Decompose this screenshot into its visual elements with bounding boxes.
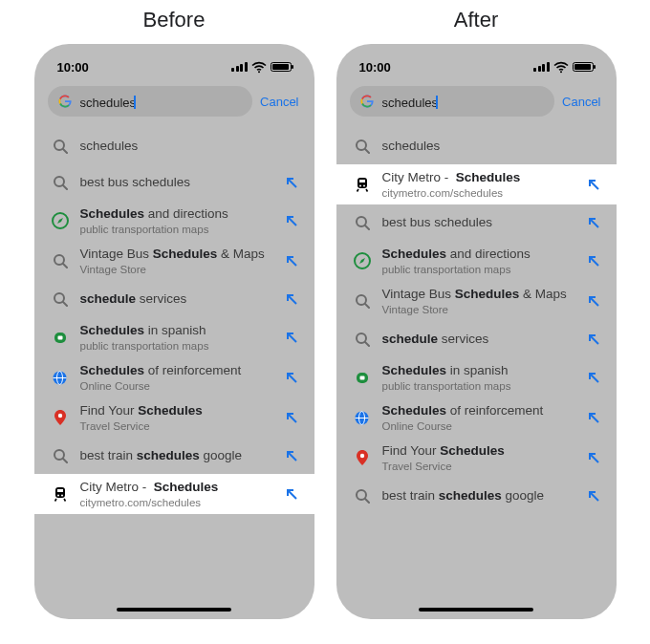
- search-icon: [52, 252, 69, 269]
- search-icon: [52, 447, 69, 464]
- status-bar: 10:00: [48, 57, 301, 76]
- cancel-button[interactable]: Cancel: [562, 95, 602, 109]
- search-icon: [52, 174, 69, 191]
- search-icon: [354, 292, 371, 310]
- search-icon: [354, 214, 371, 231]
- suggestion-city-metro[interactable]: City Metro - Schedules citymetro.com/sch…: [34, 474, 314, 514]
- suggestion-vintage[interactable]: Vintage Bus Schedules & Maps Vintage Sto…: [34, 241, 314, 281]
- insert-arrow-icon[interactable]: [586, 488, 601, 504]
- home-indicator: [117, 608, 231, 612]
- compass-icon: [354, 252, 371, 269]
- insert-arrow-icon[interactable]: [586, 332, 601, 347]
- phone-after: 10:00 schedules Cancel: [336, 44, 617, 619]
- search-icon: [354, 138, 371, 155]
- suggestion-list: schedules City Metro - Schedules citymet…: [336, 128, 617, 514]
- insert-arrow-icon[interactable]: [586, 410, 601, 425]
- status-bar: 10:00: [350, 57, 603, 76]
- cancel-button[interactable]: Cancel: [260, 95, 300, 109]
- insert-arrow-icon[interactable]: [284, 330, 299, 345]
- before-column: Before 10:00 schedules: [31, 6, 317, 634]
- calendar-icon: [52, 329, 69, 346]
- phone-before: 10:00 schedules Cancel: [34, 44, 314, 619]
- map-pin-icon: [354, 449, 371, 466]
- suggestion-city-metro[interactable]: City Metro - Schedules citymetro.com/sch…: [336, 164, 617, 204]
- battery-icon: [573, 62, 594, 72]
- suggestion-schedules[interactable]: schedules: [34, 128, 314, 164]
- insert-arrow-icon[interactable]: [284, 291, 299, 307]
- globe-icon: [52, 369, 69, 386]
- search-input[interactable]: schedules: [48, 86, 253, 117]
- search-query: schedules: [80, 94, 137, 109]
- train-icon: [52, 485, 69, 503]
- suggestion-spanish[interactable]: Schedules in spanish public transportati…: [34, 317, 314, 357]
- insert-arrow-icon[interactable]: [284, 213, 299, 228]
- suggestion-find-your[interactable]: Find Your Schedules Travel Service: [336, 438, 617, 478]
- after-heading: After: [454, 8, 498, 32]
- suggestion-find-your[interactable]: Find Your Schedules Travel Service: [34, 397, 314, 438]
- search-row: schedules Cancel: [350, 86, 603, 117]
- cellular-icon: [533, 62, 550, 72]
- insert-arrow-icon[interactable]: [284, 253, 299, 268]
- globe-icon: [354, 409, 371, 426]
- calendar-icon: [354, 369, 371, 386]
- search-query: schedules: [382, 94, 439, 109]
- suggestion-train[interactable]: best train schedules google: [336, 478, 617, 514]
- insert-arrow-icon[interactable]: [586, 253, 601, 268]
- insert-arrow-icon[interactable]: [586, 177, 601, 192]
- wifi-icon: [553, 61, 569, 74]
- text-caret: [134, 96, 136, 109]
- search-icon: [52, 290, 69, 308]
- suggestion-services[interactable]: schedule services: [336, 321, 617, 357]
- insert-arrow-icon[interactable]: [586, 293, 601, 309]
- search-input[interactable]: schedules: [350, 86, 555, 117]
- google-logo-icon: [359, 94, 375, 109]
- wifi-icon: [251, 61, 267, 74]
- suggestion-train[interactable]: best train schedules google: [34, 438, 314, 474]
- search-icon: [354, 487, 371, 504]
- suggestion-best-bus[interactable]: best bus schedules: [34, 164, 314, 201]
- status-time: 10:00: [359, 60, 391, 75]
- suggestion-spanish[interactable]: Schedules in spanish public transportati…: [336, 357, 617, 397]
- after-column: After 10:00 schedules Cancel: [333, 6, 619, 634]
- suggestion-reinforcement[interactable]: Schedules of reinforcement Online Course: [336, 397, 617, 438]
- suggestion-schedules[interactable]: schedules: [336, 128, 617, 164]
- suggestion-directions[interactable]: Schedules and directions public transpor…: [336, 241, 617, 281]
- train-icon: [354, 176, 371, 193]
- suggestion-reinforcement[interactable]: Schedules of reinforcement Online Course: [34, 357, 314, 397]
- compass-icon: [52, 212, 69, 229]
- battery-icon: [271, 62, 292, 72]
- home-indicator: [419, 608, 533, 612]
- text-caret: [436, 96, 438, 109]
- suggestion-vintage[interactable]: Vintage Bus Schedules & Maps Vintage Sto…: [336, 281, 617, 321]
- search-row: schedules Cancel: [48, 86, 301, 117]
- status-time: 10:00: [57, 60, 89, 75]
- insert-arrow-icon[interactable]: [284, 486, 299, 502]
- suggestion-best-bus[interactable]: best bus schedules: [336, 204, 617, 241]
- search-icon: [354, 331, 371, 348]
- suggestion-directions[interactable]: Schedules and directions public transpor…: [34, 201, 314, 241]
- insert-arrow-icon[interactable]: [586, 450, 601, 465]
- insert-arrow-icon[interactable]: [284, 175, 299, 190]
- insert-arrow-icon[interactable]: [586, 215, 601, 230]
- insert-arrow-icon[interactable]: [586, 370, 601, 385]
- suggestion-services[interactable]: schedule services: [34, 281, 314, 317]
- search-icon: [52, 138, 69, 155]
- map-pin-icon: [52, 409, 69, 426]
- google-logo-icon: [57, 94, 73, 109]
- insert-arrow-icon[interactable]: [284, 370, 299, 385]
- insert-arrow-icon[interactable]: [284, 448, 299, 463]
- insert-arrow-icon[interactable]: [284, 410, 299, 425]
- before-heading: Before: [143, 8, 206, 32]
- suggestion-list: schedules best bus schedules Schedules a…: [34, 128, 314, 514]
- cellular-icon: [231, 62, 248, 72]
- comparison-canvas: Before 10:00 schedules: [0, 0, 650, 644]
